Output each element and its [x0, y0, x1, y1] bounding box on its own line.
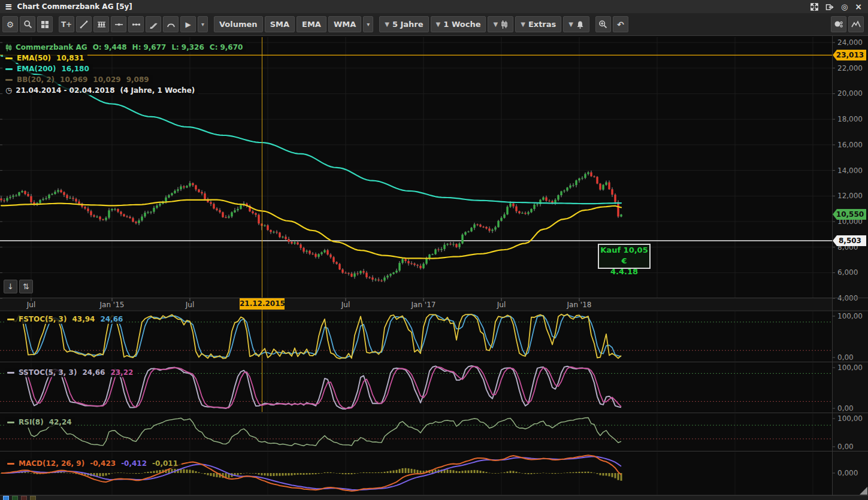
menu-icon[interactable]: ≡ — [5, 1, 13, 12]
ohlc-legend[interactable]: Commerzbank AG O:9,448 H:9,677 L:9,326 C… — [3, 43, 246, 52]
auto-scale-button[interactable]: ⇅ — [19, 280, 33, 293]
search-icon — [23, 20, 32, 29]
interval-dropdown[interactable]: ▼1 Woche — [431, 16, 486, 32]
instrument-name: Commerzbank AG — [16, 43, 87, 51]
line-swatch-icon — [5, 57, 13, 59]
line-swatch-icon — [5, 79, 13, 81]
line-swatch-icon — [5, 68, 13, 70]
macd-legend[interactable]: MACD(12, 26, 9) -0,423 -0,412 -0,011 — [5, 459, 182, 468]
clock-icon: ◷ — [5, 86, 12, 95]
measure-icon — [132, 20, 141, 29]
buy-marker-date: 4.4.18 — [599, 266, 649, 277]
window-title: Chart Commerzbank AG [5y] — [17, 2, 132, 11]
wma-button[interactable]: WMA — [328, 16, 361, 32]
price-axis[interactable] — [832, 37, 868, 495]
maximize-icon[interactable] — [810, 3, 818, 11]
ema-button[interactable]: EMA — [297, 16, 326, 32]
bell-icon — [576, 20, 584, 29]
line-swatch-icon — [7, 372, 14, 374]
resize-grip[interactable] — [860, 487, 867, 495]
arrow-tool-button[interactable]: ▶ — [180, 16, 196, 32]
title-bar: ≡ Chart Commerzbank AG [5y] ◎ × — [0, 0, 868, 13]
line-swatch-icon — [7, 463, 14, 465]
close-value: 9,670 — [220, 43, 243, 51]
trendline-tool-button[interactable] — [76, 16, 92, 32]
chart-window: ≡ Chart Commerzbank AG [5y] ◎ × ⚙ T+ ▶ ▾… — [0, 0, 868, 500]
layout-grid-button[interactable] — [37, 16, 53, 32]
high-value: 9,677 — [143, 43, 166, 51]
chevron-down-icon: ▼ — [493, 21, 498, 28]
buy-marker[interactable]: Kauf 10,05 € 4.4.18 — [598, 244, 651, 269]
sstoc-legend[interactable]: SSTOC(5, 3, 3) 24,66 23,22 — [5, 368, 137, 377]
rsi-panel[interactable] — [0, 414, 832, 450]
volumen-button[interactable]: Volumen — [214, 16, 263, 32]
line-swatch-icon — [7, 319, 14, 320]
level-tag-high[interactable]: 23,013 — [833, 50, 866, 60]
last-price-tag[interactable]: 10,550 — [833, 209, 866, 220]
undo-button[interactable]: ↶ — [613, 16, 628, 32]
low-value: 9,326 — [182, 43, 204, 51]
extras-dropdown[interactable]: ▼Extras — [515, 16, 561, 32]
bubbles-icon — [834, 20, 843, 29]
text-tool-icon: T+ — [61, 21, 72, 28]
range-dropdown[interactable]: ▼5 Jahre — [379, 16, 428, 32]
undo-icon: ↶ — [617, 20, 624, 29]
chevron-down-icon: ▼ — [568, 21, 573, 28]
export-icon[interactable] — [825, 3, 834, 11]
bollinger-legend[interactable]: BB(20, 2)10,96910,0299,089 — [3, 75, 153, 84]
workspace-chip[interactable] — [30, 496, 36, 500]
chevron-down-icon: ▼ — [521, 21, 525, 28]
arrows-up-down-icon: ⇅ — [23, 282, 29, 291]
chevron-down-icon: ▾ — [367, 21, 370, 28]
chart-style-button[interactable] — [848, 16, 864, 32]
pencil-icon — [149, 20, 158, 29]
arc-tool-button[interactable] — [163, 16, 179, 32]
fibonacci-tool-button[interactable] — [93, 16, 109, 32]
chart-legend: Commerzbank AG O:9,448 H:9,677 L:9,326 C… — [3, 43, 246, 96]
scroll-down-button[interactable]: ↓ — [4, 280, 17, 293]
time-axis[interactable] — [0, 298, 832, 310]
chart-type-dropdown[interactable]: ▼ — [488, 16, 513, 32]
alarm-dropdown[interactable]: ▼ — [563, 16, 589, 32]
workspace-chip[interactable] — [21, 496, 27, 500]
ema50-value: 10,831 — [56, 54, 84, 62]
play-arrow-icon: ▶ — [185, 21, 190, 28]
indicators-dropdown[interactable]: ▾ — [363, 16, 373, 32]
ema200-value: 16,180 — [61, 65, 89, 73]
fibonacci-icon — [97, 20, 106, 29]
cursor-date-tag[interactable]: 21.12.2015 — [240, 298, 285, 310]
buy-marker-price: Kauf 10,05 € — [599, 245, 649, 266]
mountain-line-icon — [851, 20, 861, 28]
workspace-chip[interactable] — [12, 496, 18, 500]
target-icon[interactable]: ◎ — [841, 2, 848, 11]
chevron-down-icon: ▾ — [201, 21, 204, 28]
ema200-legend[interactable]: EMA(200)16,180 — [3, 64, 93, 74]
pencil-tool-button[interactable] — [146, 16, 161, 32]
measure-tool-button[interactable] — [128, 16, 144, 32]
candlestick-icon — [5, 44, 12, 51]
sma-button[interactable]: SMA — [265, 16, 295, 32]
object-list-button[interactable] — [831, 16, 846, 32]
arc-icon — [167, 20, 176, 29]
search-button[interactable] — [20, 16, 35, 32]
ema50-legend[interactable]: EMA(50)10,831 — [3, 53, 87, 63]
fstoc-legend[interactable]: FSTOC(5, 3) 43,94 24,66 — [5, 314, 126, 324]
chevron-down-icon: ▼ — [436, 21, 441, 28]
toolbar: ⚙ T+ ▶ ▾ Volumen SMA EMA WMA ▾ ▼5 Jahre … — [0, 13, 868, 36]
chevron-down-icon: ▼ — [385, 21, 389, 28]
drawing-tools-dropdown[interactable]: ▾ — [198, 16, 208, 32]
zoom-in-button[interactable] — [595, 16, 611, 32]
horizontal-line-tool-button[interactable] — [111, 16, 126, 32]
level-tag-low[interactable]: 8,503 — [833, 235, 866, 246]
text-tool-button[interactable]: T+ — [59, 16, 74, 32]
period-legend: ◷ 21.04.2014 - 02.04.2018(4 Jahre, 1 Woc… — [3, 86, 198, 95]
arrow-down-icon: ↓ — [7, 282, 14, 291]
period-range: 21.04.2014 - 02.04.2018 — [16, 86, 114, 95]
close-icon[interactable]: × — [855, 2, 862, 11]
zoom-in-icon — [598, 20, 607, 29]
candlestick-icon — [501, 20, 508, 29]
settings-button[interactable]: ⚙ — [2, 16, 18, 32]
open-value: 9,448 — [104, 43, 127, 51]
rsi-legend[interactable]: RSI(8) 42,24 — [5, 417, 75, 427]
workspace-chip-active[interactable] — [3, 496, 9, 500]
